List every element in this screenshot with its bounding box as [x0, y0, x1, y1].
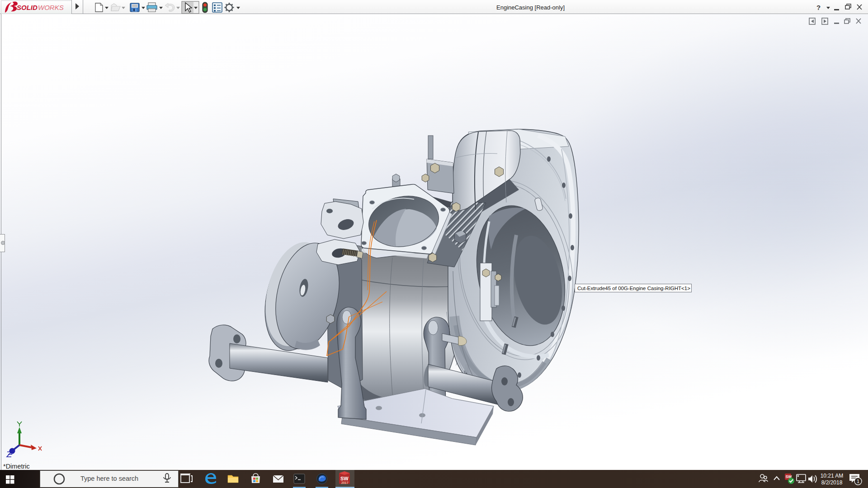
svg-text:2017: 2017 — [341, 481, 349, 484]
svg-text:SW: SW — [340, 476, 349, 481]
svg-text:1: 1 — [857, 479, 859, 484]
